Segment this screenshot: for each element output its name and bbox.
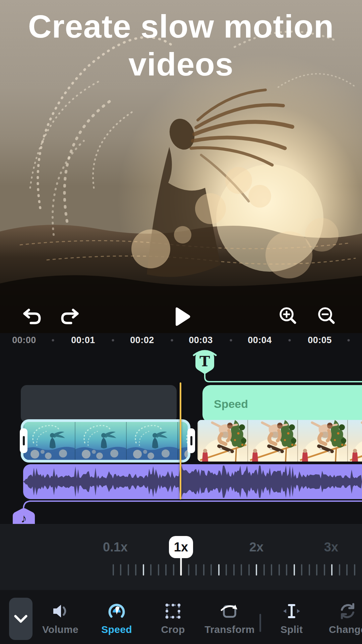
text-clip-marker[interactable]: T <box>191 346 219 375</box>
ruler-label: 00:01 <box>71 335 95 345</box>
tool-crop[interactable]: Crop <box>144 601 201 635</box>
playhead[interactable] <box>180 382 181 499</box>
audio-track[interactable] <box>23 464 362 499</box>
zoom-out-icon <box>316 305 337 326</box>
tool-label: Crop <box>144 624 201 635</box>
volume-icon <box>50 601 70 621</box>
ruler-label: 00:03 <box>189 335 213 345</box>
collapse-button[interactable] <box>9 598 33 640</box>
play-icon <box>172 306 193 327</box>
tool-label: Transform <box>201 624 258 635</box>
ruler-label: 00:04 <box>248 335 272 345</box>
undo-icon <box>23 308 41 325</box>
music-note-icon: ♪ <box>21 512 27 525</box>
speed-gauge-icon <box>107 601 127 621</box>
tool-speed-active[interactable]: Speed <box>88 601 145 635</box>
audio-track-outline <box>29 500 362 502</box>
tool-label: Speed <box>88 624 145 635</box>
marker-connector <box>202 372 362 383</box>
redo-icon <box>61 308 79 325</box>
video-clip-selected[interactable] <box>21 419 190 463</box>
zoom-in-button[interactable] <box>278 305 298 327</box>
speed-slider[interactable] <box>0 554 362 578</box>
audio-waveform <box>23 464 362 499</box>
ruler-label: 00:00 <box>12 335 36 345</box>
video-editor-screen: Create slow motion videos <box>0 0 362 644</box>
effect-track-empty <box>21 385 177 423</box>
hero-title: Create slow motion videos <box>13 7 349 84</box>
crop-icon <box>163 601 183 621</box>
ruler-label: 00:05 <box>308 335 332 345</box>
toolbar-divider <box>259 614 261 632</box>
speed-panel: 0.1x 1x 2x 3x <box>0 524 362 590</box>
zoom-in-icon <box>278 305 298 326</box>
chevron-down-icon <box>14 614 28 623</box>
tool-label: Change <box>319 624 362 635</box>
clip-thumbnails-ocean <box>23 422 188 460</box>
play-button[interactable] <box>172 306 193 328</box>
tool-change[interactable]: Change <box>319 601 362 635</box>
tool-split[interactable]: Split <box>263 601 320 635</box>
tool-label: Volume <box>32 624 89 635</box>
split-icon <box>282 601 302 621</box>
toolbar: Volume Speed Crop <box>0 590 362 644</box>
text-marker-glyph: T <box>199 353 210 370</box>
timeline[interactable]: 00:00 00:01 00:02 00:03 00:04 00:05 T Sp… <box>0 333 362 524</box>
undo-button[interactable] <box>23 308 41 326</box>
zoom-out-button[interactable] <box>316 305 337 327</box>
speed-clip-label: Speed <box>202 385 362 423</box>
change-refresh-icon <box>338 601 358 621</box>
tool-volume[interactable]: Volume <box>32 601 89 635</box>
trim-handle-right[interactable] <box>187 428 195 453</box>
tool-transform[interactable]: Transform <box>201 601 258 635</box>
trim-handle-left[interactable] <box>20 428 27 453</box>
clip-thumbnails-skater <box>197 420 362 462</box>
transform-flip-icon <box>220 601 240 621</box>
video-clip-2[interactable] <box>197 420 362 462</box>
preview-area: Create slow motion videos <box>0 0 362 333</box>
tool-label: Split <box>263 624 320 635</box>
redo-button[interactable] <box>61 308 79 326</box>
speed-effect-clip[interactable]: Speed <box>202 385 362 423</box>
ruler-label: 00:02 <box>130 335 154 345</box>
